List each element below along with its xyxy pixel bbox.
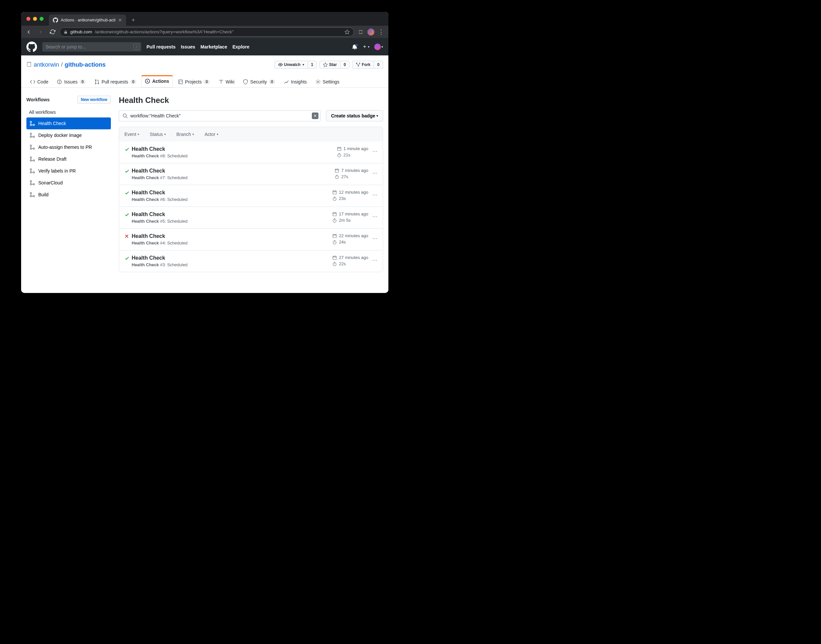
run-subtitle: Health Check #3: Scheduled [132, 262, 332, 267]
tab-actions[interactable]: Actions [141, 75, 173, 88]
run-title: Health Check [132, 146, 337, 152]
maximize-window[interactable] [40, 17, 44, 21]
search-icon [123, 113, 128, 118]
minimize-window[interactable] [33, 17, 37, 21]
run-subtitle: Health Check #5: Scheduled [132, 219, 332, 224]
forward-button[interactable] [35, 27, 46, 37]
workflow-run[interactable]: Health CheckHealth Check #3: Scheduled27… [119, 250, 383, 272]
workflow-run[interactable]: Health CheckHealth Check #5: Scheduled17… [119, 207, 383, 228]
sidebar-workflow-item[interactable]: Release Draft [26, 153, 111, 165]
tab-insights[interactable]: Insights [280, 75, 310, 88]
github-logo-icon[interactable] [26, 41, 37, 52]
run-subtitle: Health Check #7: Scheduled [132, 175, 335, 180]
svg-rect-26 [30, 172, 32, 173]
close-tab-icon[interactable]: ✕ [118, 17, 122, 23]
filter-input[interactable]: workflow:"Health Check" ✕ [119, 110, 321, 121]
tab-settings[interactable]: Settings [312, 75, 343, 88]
sidebar-workflow-item[interactable]: Verify labels in PR [26, 165, 111, 177]
reload-button[interactable] [48, 27, 57, 37]
back-button[interactable] [24, 27, 34, 37]
security-count: 0 [269, 80, 275, 84]
workflow-run[interactable]: Health CheckHealth Check #4: Scheduled22… [119, 228, 383, 250]
extensions-icon[interactable] [356, 29, 365, 35]
create-new-dropdown[interactable]: ＋▾ [362, 43, 370, 50]
run-menu-button[interactable]: ⋯ [372, 233, 378, 241]
run-title: Health Check [132, 233, 332, 239]
svg-rect-57 [333, 213, 336, 216]
tab-security[interactable]: Security 0 [239, 75, 278, 88]
address-input[interactable]: github.com/antkorwin/github-actions/acti… [60, 28, 354, 37]
url-host: github.com [70, 29, 92, 34]
profile-avatar[interactable] [367, 28, 374, 35]
sidebar-workflow-item[interactable]: Health Check [26, 118, 111, 129]
create-status-badge-button[interactable]: Create status badge▾ [326, 110, 383, 121]
new-workflow-button[interactable]: New workflow [77, 96, 111, 104]
run-meta: 7 minutes ago27s [335, 168, 368, 179]
col-event[interactable]: Event ▾ [124, 132, 139, 137]
notification-badge [355, 44, 358, 46]
tab-projects[interactable]: Projects 0 [174, 75, 213, 88]
repo-title: antkorwin / github-actions [26, 61, 106, 68]
workflow-run[interactable]: Health CheckHealth Check #6: Scheduled12… [119, 185, 383, 207]
all-workflows-link[interactable]: All workflows [26, 107, 111, 118]
tab-title: Actions · antkorwin/github-acti [61, 18, 115, 23]
clear-filter-button[interactable]: ✕ [312, 112, 318, 119]
svg-marker-0 [345, 30, 349, 34]
bookmark-icon[interactable] [345, 29, 350, 35]
tab-pullrequests[interactable]: Pull requests 0 [91, 75, 140, 88]
workflow-run[interactable]: Health CheckHealth Check #7: Scheduled7 … [119, 163, 383, 185]
nav-pullrequests[interactable]: Pull requests [146, 44, 176, 49]
svg-point-34 [123, 114, 126, 117]
run-meta: 27 minutes ago22s [332, 255, 368, 266]
close-window[interactable] [26, 17, 30, 21]
tab-issues[interactable]: Issues 0 [53, 75, 89, 88]
sidebar-workflow-item[interactable]: Build [26, 189, 111, 201]
run-menu-button[interactable]: ⋯ [372, 255, 378, 263]
tab-code[interactable]: Code [26, 75, 52, 88]
run-duration: 24s [339, 239, 346, 244]
sidebar-title: Workflows [26, 97, 50, 102]
nav-issues[interactable]: Issues [181, 44, 195, 49]
run-menu-button[interactable]: ⋯ [372, 190, 378, 198]
github-header: Search or jump to... / Pull requests Iss… [21, 38, 388, 55]
tab-wiki[interactable]: Wiki [215, 75, 238, 88]
new-tab-button[interactable]: + [129, 15, 138, 25]
col-actor[interactable]: Actor ▾ [204, 132, 218, 137]
nav-marketplace[interactable]: Marketplace [201, 44, 227, 49]
workflow-run[interactable]: Health CheckHealth Check #8: Scheduled1 … [119, 141, 383, 163]
page-title: Health Check [119, 96, 383, 105]
calendar-icon [332, 255, 337, 260]
repo-owner-link[interactable]: antkorwin [34, 61, 59, 68]
success-icon [124, 212, 132, 218]
star-button[interactable]: Star 0 [319, 61, 350, 69]
col-branch[interactable]: Branch ▾ [176, 132, 194, 137]
star-count: 0 [341, 61, 350, 68]
sidebar-workflow-item[interactable]: SonarCloud [26, 177, 111, 189]
col-status[interactable]: Status ▾ [150, 132, 166, 137]
sidebar-workflow-item[interactable]: Auto-assign themes to PR [26, 141, 111, 153]
notifications-icon[interactable] [352, 44, 358, 49]
graph-icon [284, 79, 289, 84]
workflow-label: Auto-assign themes to PR [38, 144, 92, 150]
stopwatch-icon [337, 153, 342, 157]
browser-menu-icon[interactable]: ⋮ [376, 28, 386, 35]
run-menu-button[interactable]: ⋯ [372, 168, 378, 176]
sidebar-workflow-item[interactable]: Deploy docker image [26, 129, 111, 141]
fork-button[interactable]: Fork 0 [352, 61, 383, 69]
svg-rect-36 [338, 147, 341, 150]
run-menu-button[interactable]: ⋯ [372, 146, 378, 155]
watch-button[interactable]: Unwatch▾ 1 [275, 61, 317, 69]
svg-point-5 [95, 80, 96, 81]
run-menu-button[interactable]: ⋯ [372, 212, 378, 220]
repo-name-link[interactable]: github-actions [65, 61, 106, 68]
wiki-icon [218, 79, 224, 84]
browser-addressbar: github.com/antkorwin/github-actions/acti… [21, 26, 388, 38]
run-duration: 21s [344, 152, 350, 157]
global-search-input[interactable]: Search or jump to... / [42, 42, 141, 51]
user-menu[interactable]: ▾ [374, 44, 383, 50]
run-subtitle: Health Check #4: Scheduled [132, 241, 332, 245]
nav-explore[interactable]: Explore [232, 44, 249, 49]
pr-icon [94, 79, 100, 84]
svg-rect-43 [335, 169, 339, 172]
browser-tab[interactable]: Actions · antkorwin/github-acti ✕ [49, 14, 126, 26]
